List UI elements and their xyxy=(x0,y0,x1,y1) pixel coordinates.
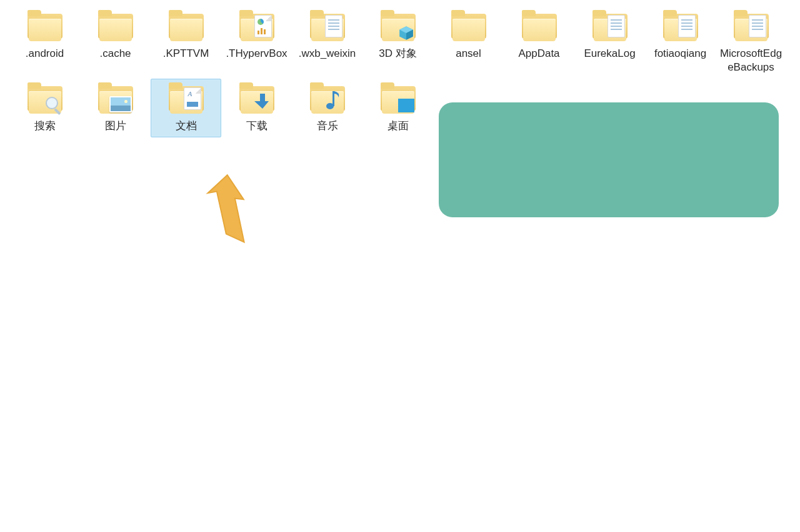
document-icon: A xyxy=(184,87,201,110)
folder-label: ansel xyxy=(456,47,481,61)
folder-android[interactable]: .android xyxy=(9,6,80,79)
photo-icon xyxy=(109,96,132,112)
folder-label: 下载 xyxy=(246,119,268,133)
folder-searches[interactable]: 搜索 xyxy=(9,79,80,137)
folder-label: fotiaoqiang xyxy=(654,47,706,61)
folder-downloads[interactable]: 下载 xyxy=(221,79,292,137)
folder-label: EurekaLog xyxy=(584,47,635,61)
folder-music[interactable]: 音乐 xyxy=(292,79,362,137)
svg-marker-7 xyxy=(203,173,251,242)
folder-label: 搜索 xyxy=(34,119,56,133)
folder-desktop[interactable]: 桌面 xyxy=(362,79,433,137)
annotation-overlay-box xyxy=(439,102,779,217)
folder-icon: A xyxy=(166,83,206,117)
annotation-pointer-arrow-icon xyxy=(199,172,261,249)
music-note-icon xyxy=(325,90,341,112)
svg-rect-4 xyxy=(54,108,61,115)
folder-icon xyxy=(661,11,701,44)
folder-icon xyxy=(378,11,418,44)
folder-label: 图片 xyxy=(105,119,126,133)
folder-icon xyxy=(166,11,206,44)
folder-label: 音乐 xyxy=(317,119,338,133)
svg-rect-6 xyxy=(332,91,334,106)
folder-icon xyxy=(308,83,348,117)
folder-icon xyxy=(96,11,136,44)
folder-icon xyxy=(590,11,630,44)
folder-icon xyxy=(378,83,418,117)
folder-icon xyxy=(237,11,277,44)
folder-icon xyxy=(237,83,277,117)
folder-3d-objects[interactable]: 3D 对象 xyxy=(362,6,433,79)
folder-label: 3D 对象 xyxy=(379,47,416,61)
folder-icon xyxy=(308,11,348,44)
download-arrow-icon xyxy=(254,92,271,112)
folder-appdata[interactable]: AppData xyxy=(504,6,574,79)
folder-icon xyxy=(731,11,771,44)
folder-documents[interactable]: A 文档 xyxy=(151,79,221,137)
folder-label: 文档 xyxy=(176,119,197,133)
folder-pictures[interactable]: 图片 xyxy=(80,79,151,137)
folder-cache[interactable]: .cache xyxy=(80,6,151,79)
desktop-icon xyxy=(398,99,414,112)
folder-label: .cache xyxy=(99,47,131,61)
folder-label: MicrosoftEdgeBackups xyxy=(718,47,784,74)
folder-label: .android xyxy=(26,47,64,61)
search-icon xyxy=(44,95,64,115)
folder-label: .THypervBox xyxy=(226,47,287,61)
folder-icon xyxy=(519,11,559,44)
folder-eurekalog[interactable]: EurekaLog xyxy=(574,6,645,79)
folder-ansel[interactable]: ansel xyxy=(433,6,504,79)
folder-thypervbox[interactable]: .THypervBox xyxy=(221,6,292,79)
folder-label: .KPTTVM xyxy=(163,47,209,61)
folder-icon xyxy=(96,83,136,117)
cube-icon xyxy=(398,25,414,41)
svg-point-3 xyxy=(46,97,58,109)
folder-label: .wxb_weixin xyxy=(299,47,356,61)
folder-kpttvm[interactable]: .KPTTVM xyxy=(151,6,221,79)
folder-icon xyxy=(25,83,65,117)
folder-wxb-weixin[interactable]: .wxb_weixin xyxy=(292,6,362,79)
folder-fotiaoqiang[interactable]: fotiaoqiang xyxy=(645,6,716,79)
folder-icon xyxy=(449,11,489,44)
folder-label: 桌面 xyxy=(388,119,409,133)
folder-msedge-backups[interactable]: MicrosoftEdgeBackups xyxy=(716,6,786,79)
folder-icon xyxy=(25,11,65,44)
folder-label: AppData xyxy=(518,47,559,61)
